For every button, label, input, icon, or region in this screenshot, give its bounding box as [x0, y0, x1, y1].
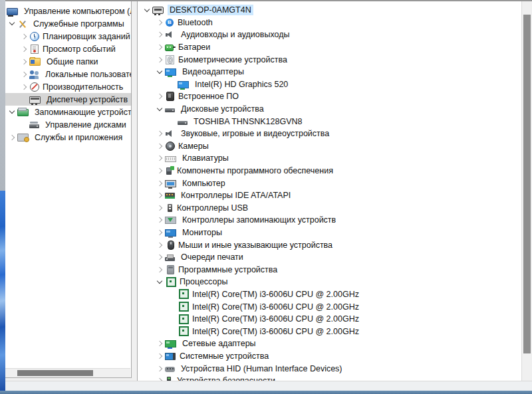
chevron-collapsed-icon[interactable] — [19, 44, 29, 54]
hid-icon — [165, 367, 175, 372]
device-item-audio-inputs-outputs[interactable]: Аудиовходы и аудиовыходы — [138, 29, 521, 41]
console-item-task-scheduler[interactable]: Планировщик заданий — [5, 30, 131, 43]
chevron-collapsed-icon[interactable] — [154, 227, 165, 238]
chevron-expanded-icon[interactable] — [142, 5, 152, 15]
device-item-security-devices[interactable]: Устройства безопасности — [138, 375, 521, 381]
console-item-storage[interactable]: Запоминающие устройств — [5, 106, 131, 118]
cpu-icon — [166, 277, 176, 287]
chevron-collapsed-icon[interactable] — [154, 54, 165, 65]
console-item-computer-management-root[interactable]: Управление компьютером (ло — [5, 5, 131, 17]
console-item-system-tools[interactable]: Служебные программы — [5, 17, 131, 30]
chevron-expanded-icon[interactable] — [154, 276, 165, 287]
right-pane-vertical-scrollbar[interactable] — [521, 1, 532, 381]
software-device-icon — [167, 265, 174, 274]
console-item-shared-folders[interactable]: Общие папки — [5, 55, 131, 68]
chevron-expanded-icon[interactable] — [7, 19, 17, 29]
device-item-disk-drives[interactable]: Дисковые устройства — [138, 103, 521, 116]
chevron-collapsed-icon[interactable] — [154, 264, 165, 275]
chevron-collapsed-icon[interactable] — [7, 132, 17, 143]
cpu-icon — [179, 314, 189, 324]
tree-item-label: Контроллеры IDE ATA/ATAPI — [179, 190, 293, 201]
tree-item-label: Контроллеры USB — [175, 203, 250, 213]
device-item-system-devices[interactable]: Системные устройства — [138, 350, 521, 363]
console-item-local-users[interactable]: Локальные пользовате — [5, 68, 131, 80]
device-item-processors[interactable]: Процессоры — [138, 276, 521, 288]
device-item-ide-ata-atapi-controllers[interactable]: Контроллеры IDE ATA/ATAPI — [138, 189, 521, 202]
console-item-device-manager[interactable]: Диспетчер устройств — [5, 93, 131, 106]
chevron-collapsed-icon[interactable] — [154, 153, 165, 163]
device-item-display-adapters[interactable]: Видеоадаптеры — [138, 66, 521, 78]
chevron-collapsed-icon[interactable] — [154, 215, 165, 225]
tree-item-label: Intel(R) Core(TM) i3-6006U CPU @ 2.00GHz — [190, 326, 361, 337]
chevron-collapsed-icon[interactable] — [154, 240, 165, 250]
device-item-computer[interactable]: Компьютер — [138, 177, 521, 189]
device-item-firmware[interactable]: Встроенное ПО — [138, 90, 521, 103]
tree-item-label: Диспетчер устройств — [45, 94, 130, 105]
chevron-collapsed-icon[interactable] — [154, 42, 165, 52]
chevron-collapsed-icon[interactable] — [154, 165, 165, 176]
chevron-collapsed-icon[interactable] — [154, 252, 165, 262]
device-item-software-components[interactable]: Компоненты программного обеспечения — [138, 165, 521, 177]
tree-item-label: Сетевые адаптеры — [180, 338, 258, 349]
console-item-event-viewer[interactable]: Просмотр событий — [5, 43, 131, 55]
device-item-software-devices[interactable]: Программные устройства — [138, 263, 521, 276]
chevron-collapsed-icon[interactable] — [154, 91, 165, 102]
tree-item-label: Устройства безопасности — [175, 375, 277, 381]
chevron-collapsed-icon[interactable] — [154, 29, 165, 40]
chevron-spacer — [167, 314, 178, 324]
device-item-cameras[interactable]: Камеры — [138, 140, 521, 153]
chevron-expanded-icon[interactable] — [154, 66, 165, 77]
display-adapter-icon — [165, 68, 176, 76]
console-item-performance[interactable]: Производительность — [5, 80, 131, 93]
device-item-network-adapters[interactable]: Сетевые адаптеры — [138, 338, 521, 350]
chevron-collapsed-icon[interactable] — [19, 31, 29, 42]
device-item-bluetooth[interactable]: Bluetooth — [138, 17, 521, 29]
device-item-cpu-0[interactable]: Intel(R) Core(TM) i3-6006U CPU @ 2.00GHz — [138, 288, 521, 301]
device-tree: DESKTOP-0AMGT4NBluetoothАудиовходы и ауд… — [138, 1, 532, 381]
left-pane-horizontal-scrollbar-thumb[interactable] — [17, 370, 93, 376]
tree-item-label: Клавиатуры — [180, 153, 231, 163]
device-item-cpu-1[interactable]: Intel(R) Core(TM) i3-6006U CPU @ 2.00GHz — [138, 300, 521, 313]
device-item-biometric-devices[interactable]: Биометрические устройства — [138, 53, 521, 66]
chevron-collapsed-icon[interactable] — [154, 351, 165, 361]
device-item-storage-controllers[interactable]: Контроллеры запоминающих устройств — [138, 214, 521, 227]
chevron-collapsed-icon[interactable] — [154, 338, 165, 349]
device-item-cpu-3[interactable]: Intel(R) Core(TM) i3-6006U CPU @ 2.00GHz — [138, 325, 521, 338]
device-item-usb-controllers[interactable]: Контроллеры USB — [138, 202, 521, 215]
chevron-collapsed-icon[interactable] — [154, 203, 165, 213]
device-item-desktop-root[interactable]: DESKTOP-0AMGT4N — [138, 4, 521, 17]
device-item-mice-pointing-devices[interactable]: Мыши и иные указывающие устройства — [138, 239, 521, 251]
chevron-collapsed-icon[interactable] — [19, 69, 29, 80]
chevron-spacer — [19, 120, 29, 130]
chevron-expanded-icon[interactable] — [7, 107, 17, 118]
disk-drive-icon — [178, 121, 188, 125]
device-item-sound-game-video[interactable]: Звуковые, игровые и видеоустройства — [138, 128, 521, 140]
device-item-intel-hd-graphics-520[interactable]: Intel(R) HD Graphics 520 — [138, 78, 521, 91]
chevron-collapsed-icon[interactable] — [154, 375, 165, 381]
device-item-toshiba-thnsnk128gvn8[interactable]: TOSHIBA THNSNK128GVN8 — [138, 115, 521, 128]
chevron-expanded-icon[interactable] — [154, 104, 165, 114]
chevron-collapsed-icon[interactable] — [19, 56, 29, 67]
tree-item-label: Служебные программы — [31, 19, 126, 29]
chevron-collapsed-icon[interactable] — [154, 178, 165, 189]
chevron-collapsed-icon[interactable] — [154, 363, 165, 374]
right-pane-vertical-scrollbar-thumb[interactable] — [523, 15, 531, 353]
chevron-collapsed-icon[interactable] — [154, 141, 165, 151]
left-pane-horizontal-scrollbar[interactable] — [5, 368, 130, 377]
device-item-print-queues[interactable]: Очереди печати — [138, 251, 521, 264]
cpu-icon — [179, 302, 189, 312]
console-item-services-and-applications[interactable]: Службы и приложения — [5, 131, 131, 144]
device-item-keyboards[interactable]: Клавиатуры — [138, 152, 521, 165]
device-item-cpu-2[interactable]: Intel(R) Core(TM) i3-6006U CPU @ 2.00GHz — [138, 313, 521, 326]
system-device-icon — [165, 353, 174, 360]
chevron-collapsed-icon[interactable] — [154, 17, 165, 28]
device-item-monitors[interactable]: Мониторы — [138, 227, 521, 239]
pane-splitter[interactable] — [132, 1, 137, 381]
device-item-hid-devices[interactable]: Устройства HID (Human Interface Devices) — [138, 362, 521, 375]
device-item-batteries[interactable]: Батареи — [138, 41, 521, 54]
chevron-collapsed-icon[interactable] — [154, 190, 165, 201]
chevron-collapsed-icon[interactable] — [19, 82, 29, 92]
tree-item-label: Управление компьютером (ло — [22, 6, 132, 17]
chevron-collapsed-icon[interactable] — [154, 128, 165, 139]
console-item-disk-management[interactable]: Управление дисками — [5, 118, 131, 131]
